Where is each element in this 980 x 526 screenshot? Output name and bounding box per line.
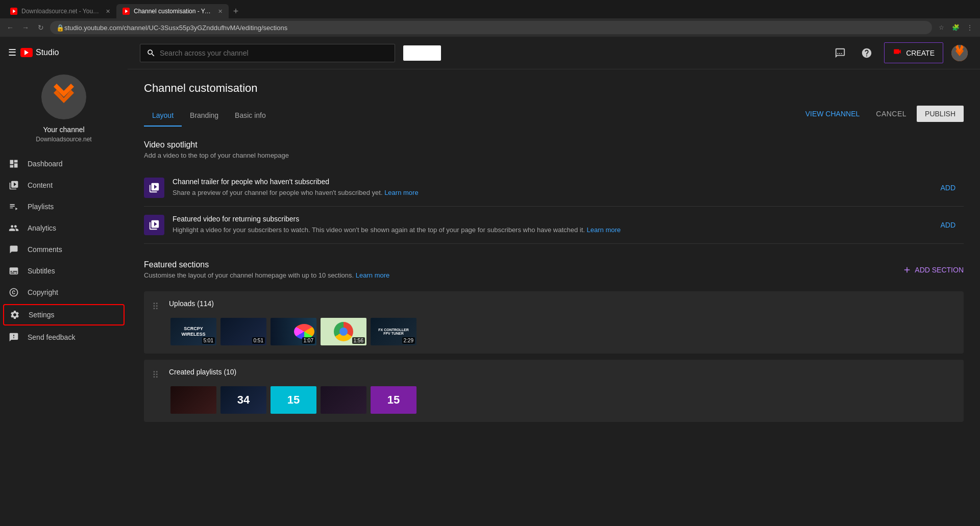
add-section-button[interactable]: ADD SECTION [902,265,964,274]
browser-tab-1[interactable]: Downloadsource.net - YouTube ✕ [4,4,116,18]
featured-title: Featured video for returning subscribers [173,215,924,223]
uploads-card-header: ⠿ Uploads (114) [152,299,955,314]
uploads-section-card: ⠿ Uploads (114) SCRCPYWIRELESS 5:01 [144,291,964,354]
address-bar[interactable]: 🔒 studio.youtube.com/channel/UC-3Susx55p… [50,21,932,34]
thumb-3-duration: 1:07 [302,337,315,344]
hamburger-icon[interactable]: ☰ [8,47,16,58]
chat-icon[interactable] [831,44,849,62]
tab-actions: VIEW CHANNEL CANCEL PUBLISH [799,106,964,126]
tab-bar: Layout Branding Basic info [144,105,799,126]
playlists-section-card: ⠿ Created playlists (10) 34 [144,360,964,422]
featured-icon [144,215,164,235]
analytics-icon [8,222,19,234]
tab-1-title: Downloadsource.net - YouTube [21,8,102,15]
lock-icon: 🔒 [56,24,64,32]
user-avatar[interactable] [951,45,968,61]
featured-learn-more[interactable]: Learn more [587,226,621,234]
forward-button[interactable]: → [19,21,32,34]
sidebar-item-content[interactable]: Content [0,174,128,196]
camera-icon [893,47,902,59]
thumbnail-4: 1:56 [321,318,366,345]
browser-action-buttons: ☆ 🧩 ⋮ [935,21,976,34]
content-area: Channel customisation Layout Branding Ba… [128,69,980,450]
thumbnail-2: 0:51 [220,318,266,345]
comments-label: Comments [28,245,62,254]
topbar: CREATE [128,37,980,69]
playlists-thumbnails: 34 15 [152,386,955,414]
featured-sections-learn-more[interactable]: Learn more [356,271,389,279]
help-icon[interactable] [857,44,876,62]
tab-basic-info[interactable]: Basic info [227,105,274,127]
featured-content: Featured video for returning subscribers… [173,215,924,235]
yt-studio-logo: Studio [20,48,59,57]
view-channel-button[interactable]: VIEW CHANNEL [799,106,866,122]
create-button[interactable]: CREATE [884,42,943,63]
back-button[interactable]: ← [4,21,16,34]
sidebar-item-playlists[interactable]: Playlists [0,196,128,217]
playlist-thumb-2: 34 [220,386,266,414]
preview-toggle[interactable] [403,45,441,61]
tab-layout[interactable]: Layout [144,105,182,127]
settings-label: Settings [29,311,55,319]
sidebar-item-comments[interactable]: Comments [0,239,128,260]
bookmark-button[interactable]: ☆ [935,21,947,34]
tab-2-title: Channel customisation - YouTub... [134,8,214,15]
copyright-icon [8,287,19,298]
yt-favicon-1 [10,8,17,15]
content-label: Content [28,181,53,189]
channel-trailer-item: Channel trailer for people who haven't s… [144,169,964,207]
trailer-content: Channel trailer for people who haven't s… [173,178,924,198]
sidebar-logo[interactable]: ☰ Studio [0,41,128,64]
studio-label: Studio [36,48,59,57]
thumb-5-duration: 2:29 [402,337,415,344]
video-spotlight-desc: Add a video to the top of your channel h… [144,152,964,159]
thumbnail-3: 1:07 [271,318,316,345]
play-preview-icon[interactable] [423,47,437,59]
bar-chart-preview-icon[interactable] [407,47,422,59]
avatar[interactable] [41,74,86,119]
uploads-thumbnails: SCRCPYWIRELESS 5:01 0:51 [152,318,955,345]
youtube-icon [20,48,33,57]
featured-add-button[interactable]: ADD [932,217,964,233]
playlist-thumb-1 [170,386,216,414]
sidebar-item-copyright[interactable]: Copyright [0,282,128,303]
drag-handle-uploads[interactable]: ⠿ [152,301,159,312]
tab-branding[interactable]: Branding [182,105,227,127]
feedback-icon [8,332,19,343]
extensions-button[interactable]: 🧩 [949,21,962,34]
thumb-1-duration: 5:01 [202,337,215,344]
sidebar-item-subtitles[interactable]: Subtitles [0,260,128,282]
sidebar-item-feedback[interactable]: Send feedback [0,327,128,348]
playlist-thumb-4 [321,386,366,414]
search-bar[interactable] [140,44,395,62]
playlist-thumb-3: 15 [271,386,316,414]
trailer-add-button[interactable]: ADD [932,180,964,196]
uploads-section-title: Uploads (114) [169,299,214,308]
browser-tab-2[interactable]: Channel customisation - YouTub... ✕ [116,4,229,18]
menu-button[interactable]: ⋮ [964,21,976,34]
search-icon [146,48,156,58]
thumb-2-duration: 0:51 [252,337,265,344]
browser-tabs: Downloadsource.net - YouTube ✕ Channel c… [0,0,980,18]
tab-1-close[interactable]: ✕ [106,8,110,15]
yt-favicon-2 [122,8,130,15]
cancel-button[interactable]: CANCEL [870,106,913,122]
playlists-card-header: ⠿ Created playlists (10) [152,368,955,382]
refresh-button[interactable]: ↻ [35,21,47,34]
play-icon [24,50,29,55]
trailer-learn-more[interactable]: Learn more [384,189,418,196]
featured-sections-desc: Customise the layout of your channel hom… [144,271,389,279]
drag-handle-playlists[interactable]: ⠿ [152,369,159,381]
video-spotlight-title: Video spotlight [144,140,964,149]
sidebar-item-dashboard[interactable]: Dashboard [0,153,128,174]
publish-button[interactable]: PUBLISH [917,106,964,122]
tab-2-close[interactable]: ✕ [218,8,223,15]
dashboard-icon [8,158,19,169]
search-input[interactable] [160,49,388,57]
trailer-icon [144,178,164,198]
sidebar-item-settings[interactable]: Settings [3,304,125,325]
new-tab-button[interactable]: + [229,4,243,18]
comments-icon [8,244,19,255]
sidebar-item-analytics[interactable]: Analytics [0,217,128,239]
trailer-desc: Share a preview of your channel for peop… [173,188,924,198]
